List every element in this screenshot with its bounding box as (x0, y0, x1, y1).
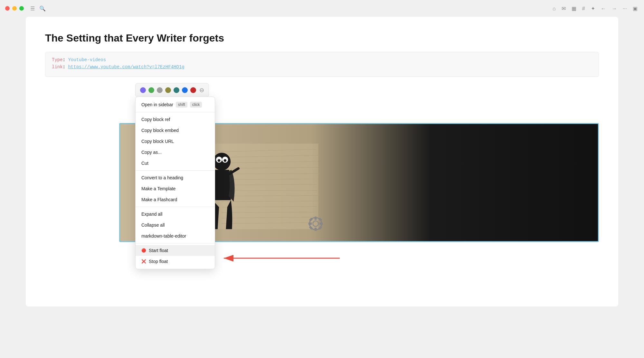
svg-point-42 (224, 159, 227, 162)
shift-key-badge: shift (176, 102, 187, 108)
convert-to-heading-label: Convert to a heading (141, 175, 183, 180)
sidebar-toggle-icon[interactable]: ▣ (633, 5, 638, 12)
menu-convert-to-heading[interactable]: Convert to a heading (136, 172, 215, 183)
color-blue[interactable] (182, 87, 188, 93)
menu-divider-2 (136, 170, 215, 171)
code-link-url[interactable]: https://www.youtube.com/watch?v=l7EzHF4H… (68, 64, 184, 70)
search-icon[interactable]: 🔍 (39, 5, 46, 12)
menu-divider-3 (136, 207, 215, 207)
home-icon[interactable]: ⌂ (553, 5, 556, 11)
page-title: The Setting that Every Writer forgets (45, 32, 599, 44)
back-icon[interactable]: ← (601, 5, 606, 11)
traffic-lights (5, 6, 24, 11)
arrow-indicator (217, 249, 346, 268)
menu-copy-block-embed[interactable]: Copy block embed (136, 125, 215, 136)
markdown-table-editor-label: markdown-table-editor (141, 233, 186, 239)
menu-stop-float[interactable]: ❌ Stop float (136, 256, 215, 267)
menu-cut[interactable]: Cut (136, 158, 215, 169)
code-line-1: Type: Youtube-videos (52, 57, 592, 62)
copy-block-embed-label: Copy block embed (141, 128, 179, 133)
menu-copy-block-ref[interactable]: Copy block ref (136, 114, 215, 125)
color-red[interactable] (190, 87, 196, 93)
color-gray[interactable] (157, 87, 163, 93)
menu-copy-block-url[interactable]: Copy block URL (136, 136, 215, 147)
menu-copy-as[interactable]: Copy as... (136, 147, 215, 158)
start-float-dot-icon: 🔴 (141, 248, 146, 253)
menu-divider-1 (136, 112, 215, 112)
stop-float-x-icon: ❌ (141, 259, 146, 264)
collapse-all-label: Collapse all (141, 222, 165, 228)
menu-open-sidebar[interactable]: Open in sidebar shift click (136, 99, 215, 110)
color-green[interactable] (148, 87, 154, 93)
expand-all-label: Expand all (141, 212, 162, 217)
calendar-icon[interactable]: ▦ (572, 5, 576, 12)
forward-icon[interactable]: → (612, 5, 617, 11)
minimize-button[interactable] (12, 6, 17, 11)
code-block: Type: Youtube-videos link: https://www.y… (45, 52, 599, 77)
menu-make-flashcard[interactable]: Make a Flashcard (136, 194, 215, 205)
svg-rect-47 (315, 216, 317, 220)
copy-as-label: Copy as... (141, 150, 162, 155)
code-key-link: link (52, 64, 63, 70)
code-value-type: Youtube-videos (68, 57, 106, 62)
remove-color-icon[interactable]: ⊖ (199, 87, 204, 94)
svg-point-41 (218, 159, 221, 162)
code-key-type: Type (52, 57, 63, 62)
code-line-2: link: https://www.youtube.com/watch?v=l7… (52, 64, 592, 70)
svg-rect-50 (319, 222, 323, 225)
hamburger-icon[interactable]: ☰ (30, 5, 35, 12)
stop-float-label: Stop float (149, 259, 168, 264)
svg-rect-49 (308, 222, 312, 225)
menu-make-template[interactable]: Make a Template (136, 183, 215, 194)
titlebar: ☰ 🔍 ⌂ ✉ ▦ # ✦ ← → ··· ▣ (0, 0, 644, 17)
star-icon[interactable]: ✦ (591, 5, 595, 12)
maximize-button[interactable] (19, 6, 24, 11)
click-key-badge: click (190, 102, 202, 108)
menu-start-float[interactable]: 🔴 Start float (136, 245, 215, 256)
color-purple[interactable] (140, 87, 146, 93)
make-template-label: Make a Template (141, 186, 175, 191)
context-menu: Open in sidebar shift click Copy block r… (135, 97, 215, 269)
main-content: The Setting that Every Writer forgets Ty… (26, 17, 618, 306)
copy-block-url-label: Copy block URL (141, 139, 174, 144)
color-picker: ⊖ (135, 83, 209, 97)
color-teal[interactable] (174, 87, 179, 93)
cut-label: Cut (141, 161, 148, 166)
mail-icon[interactable]: ✉ (562, 5, 566, 12)
color-olive[interactable] (165, 87, 171, 93)
svg-point-38 (213, 153, 231, 170)
titlebar-actions: ⌂ ✉ ▦ # ✦ ← → ··· ▣ (553, 5, 638, 12)
menu-divider-4 (136, 243, 215, 243)
start-float-label: Start float (149, 248, 168, 253)
make-flashcard-label: Make a Flashcard (141, 197, 177, 202)
menu-expand-all[interactable]: Expand all (136, 209, 215, 220)
copy-block-ref-label: Copy block ref (141, 117, 170, 122)
svg-rect-48 (315, 228, 317, 231)
hash-icon[interactable]: # (582, 5, 585, 11)
menu-markdown-table-editor[interactable]: markdown-table-editor (136, 231, 215, 241)
open-sidebar-label: Open in sidebar (141, 102, 173, 107)
more-icon[interactable]: ··· (623, 5, 627, 11)
close-button[interactable] (5, 6, 10, 11)
menu-collapse-all[interactable]: Collapse all (136, 220, 215, 231)
